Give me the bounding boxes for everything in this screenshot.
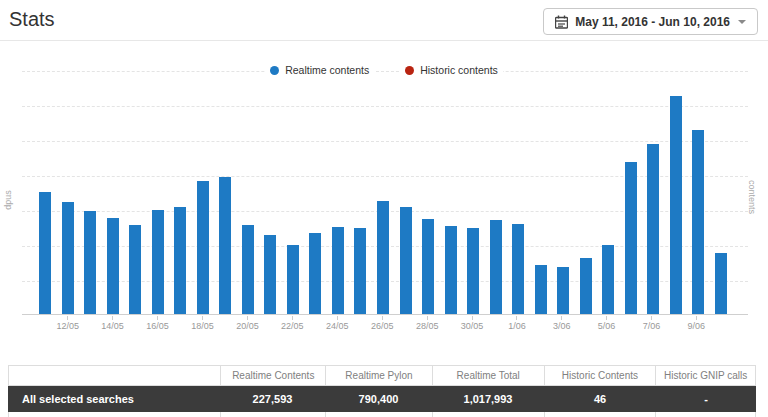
tick-slot <box>34 316 56 331</box>
row-value: 227,593 <box>220 386 325 412</box>
bar-realtime-10/06[interactable] <box>715 253 727 314</box>
bar-realtime-19/05[interactable] <box>219 177 231 314</box>
bar-realtime-30/05[interactable] <box>467 228 479 314</box>
tick-slot: 30/05 <box>461 316 484 331</box>
bar-slot <box>57 71 80 314</box>
bar-realtime-25/05[interactable] <box>354 228 366 314</box>
x-tick-label: 22/05 <box>281 321 304 331</box>
bar-slot <box>619 71 642 314</box>
bar-realtime-5/06[interactable] <box>602 245 614 314</box>
bar-slot <box>349 71 372 314</box>
x-tick-label: 3/06 <box>553 321 571 331</box>
column-header: Realtime Total <box>432 366 544 385</box>
bar-realtime-2/06[interactable] <box>535 265 547 314</box>
next-row-cell <box>655 412 755 417</box>
bar-slot <box>102 71 125 314</box>
next-row-cell <box>9 412 220 417</box>
bar-realtime-29/05[interactable] <box>445 226 457 314</box>
row-value: 790,400 <box>325 386 432 412</box>
tick-slot: 1/06 <box>506 316 528 331</box>
tick-slot: 20/05 <box>236 316 259 331</box>
tick-slot: 14/05 <box>101 316 124 331</box>
bar-series-realtime <box>34 71 732 314</box>
legend-item[interactable]: Historic contents <box>400 62 503 78</box>
bar-realtime-27/05[interactable] <box>400 207 412 314</box>
bar-realtime-4/06[interactable] <box>580 258 592 314</box>
bar-realtime-23/05[interactable] <box>309 233 321 314</box>
bar-realtime-17/05[interactable] <box>174 207 186 314</box>
x-tick-mark <box>202 316 203 320</box>
bar-realtime-6/06[interactable] <box>625 162 637 314</box>
bar-slot <box>417 71 440 314</box>
next-row-cell <box>220 412 325 417</box>
x-tick-mark <box>606 316 607 320</box>
x-tick-label: 18/05 <box>191 321 214 331</box>
bar-realtime-12/05[interactable] <box>62 202 74 314</box>
bar-realtime-1/06[interactable] <box>512 224 524 314</box>
legend-item[interactable]: Realtime contents <box>265 62 374 78</box>
bar-realtime-22/05[interactable] <box>287 245 299 314</box>
row-value: - <box>656 386 756 412</box>
tick-slot: 18/05 <box>191 316 214 331</box>
y-axis-label-right: contents <box>747 180 757 214</box>
tick-slot: 24/05 <box>326 316 349 331</box>
tick-slot <box>483 316 505 331</box>
tick-slot <box>528 316 550 331</box>
bar-slot <box>687 71 710 314</box>
bar-realtime-26/05[interactable] <box>377 201 389 314</box>
bar-realtime-8/06[interactable] <box>670 96 682 314</box>
column-header: Realtime Contents <box>220 366 325 385</box>
x-tick-label: 12/05 <box>56 321 79 331</box>
bar-slot <box>147 71 170 314</box>
tick-slot <box>79 316 101 331</box>
legend-dot-icon <box>270 66 279 75</box>
tick-slot <box>259 316 281 331</box>
bar-realtime-16/05[interactable] <box>152 210 164 314</box>
bar-realtime-7/06[interactable] <box>647 144 659 314</box>
bar-slot <box>214 71 237 314</box>
tick-slot <box>214 316 236 331</box>
bar-realtime-20/05[interactable] <box>242 225 254 314</box>
x-tick-label: 24/05 <box>326 321 349 331</box>
bar-realtime-18/05[interactable] <box>197 181 209 314</box>
x-tick-label: 16/05 <box>146 321 169 331</box>
bar-slot <box>484 71 507 314</box>
x-tick-label: 14/05 <box>101 321 124 331</box>
x-tick-label: 20/05 <box>236 321 259 331</box>
bar-realtime-24/05[interactable] <box>332 227 344 314</box>
bar-slot <box>259 71 282 314</box>
next-row-cell <box>432 412 544 417</box>
table-header-row: Realtime ContentsRealtime PylonRealtime … <box>8 365 756 386</box>
next-row-cell <box>544 412 656 417</box>
bar-realtime-28/05[interactable] <box>422 219 434 314</box>
bar-realtime-13/05[interactable] <box>84 211 96 314</box>
x-tick-label: 30/05 <box>461 321 484 331</box>
bar-realtime-3/06[interactable] <box>557 267 569 314</box>
bar-slot <box>529 71 552 314</box>
bar-slot <box>34 71 57 314</box>
bar-slot <box>124 71 147 314</box>
row-label: All selected searches <box>8 386 220 412</box>
tick-slot: 5/06 <box>595 316 617 331</box>
bar-realtime-14/05[interactable] <box>107 218 119 314</box>
table-row-all-searches: All selected searches227,593790,4001,017… <box>8 386 756 412</box>
tick-slot: 16/05 <box>146 316 169 331</box>
x-tick-mark <box>651 316 652 320</box>
bar-realtime-9/06[interactable] <box>692 130 704 314</box>
bar-slot <box>709 71 732 314</box>
tick-slot <box>304 316 326 331</box>
date-range-button[interactable]: May 11, 2016 - Jun 10, 2016 <box>543 8 758 35</box>
bar-slot <box>79 71 102 314</box>
chart-legend: Realtime contentsHistoric contents <box>0 62 768 78</box>
bar-realtime-15/05[interactable] <box>129 225 141 314</box>
tick-slot <box>349 316 371 331</box>
x-tick-mark <box>427 316 428 320</box>
bar-realtime-21/05[interactable] <box>264 235 276 314</box>
x-tick-mark <box>112 316 113 320</box>
bar-realtime-31/05[interactable] <box>490 220 502 314</box>
bar-slot <box>372 71 395 314</box>
stats-table: Realtime ContentsRealtime PylonRealtime … <box>8 365 756 417</box>
x-tick-mark <box>472 316 473 320</box>
tick-slot: 7/06 <box>640 316 662 331</box>
bar-realtime-11/05[interactable] <box>39 192 51 314</box>
